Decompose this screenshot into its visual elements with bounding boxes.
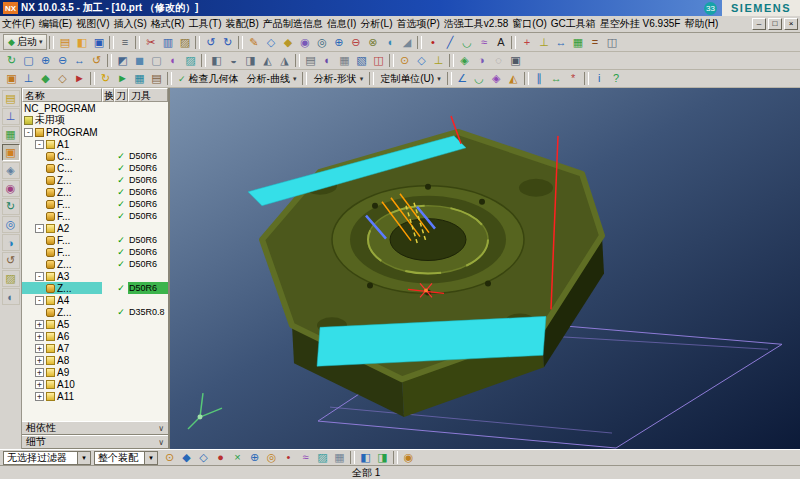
menu-item-11[interactable]: 浩强工具v2.58 (442, 17, 510, 31)
fit-view-icon[interactable]: ▢ (20, 53, 37, 68)
spline-icon[interactable]: ≈ (475, 35, 492, 50)
operation-navigator-icon[interactable]: ▣ (2, 144, 20, 161)
menu-item-8[interactable]: 信息(I) (325, 17, 358, 31)
paste-icon[interactable]: ▨ (176, 35, 193, 50)
selection-filter-combo[interactable]: 无选择过滤器 ▾ (3, 451, 91, 465)
menu-item-3[interactable]: 插入(S) (111, 17, 148, 31)
redo-icon[interactable]: ↻ (219, 35, 236, 50)
front-view-icon[interactable]: ◧ (208, 53, 225, 68)
layer-settings-icon[interactable]: ▤ (302, 53, 319, 68)
intersection-point-icon[interactable]: × (229, 450, 246, 465)
arc-center-icon[interactable]: ⊕ (246, 450, 263, 465)
expression-icon[interactable]: = (586, 35, 603, 50)
object-display-icon[interactable]: ◈ (456, 53, 473, 68)
face-analysis-icon[interactable]: ▨ (182, 53, 199, 68)
open-icon[interactable]: ◧ (73, 35, 90, 50)
process-studio-icon[interactable]: ▨ (2, 270, 20, 287)
column-toolchange[interactable]: 换 (102, 88, 114, 102)
cut-icon[interactable]: ✂ (142, 35, 159, 50)
quadrant-point-icon[interactable]: ◎ (263, 450, 280, 465)
full-screen-icon[interactable]: ▣ (507, 53, 524, 68)
menu-item-9[interactable]: 分析(L) (358, 17, 394, 31)
point-xyz-icon[interactable]: + (518, 35, 535, 50)
tree-row-z[interactable]: Z...✓D50R6 (22, 186, 168, 198)
deviation-gauge-icon[interactable]: ◡ (471, 71, 488, 86)
move-component-icon[interactable]: ↔ (548, 71, 565, 86)
create-operation-icon[interactable]: ► (71, 71, 88, 86)
tree-row-z[interactable]: Z...✓D50R6 (22, 258, 168, 270)
menu-item-12[interactable]: 窗口(O) (510, 17, 548, 31)
verify-toolpath-icon[interactable]: ▦ (131, 71, 148, 86)
exploded-view-icon[interactable]: * (565, 71, 582, 86)
web-browser-icon[interactable]: ◑ (2, 234, 20, 251)
undo-icon[interactable]: ↺ (202, 35, 219, 50)
hd3d-tools-icon[interactable]: ◎ (2, 216, 20, 233)
point-on-curve-icon[interactable]: ≈ (297, 450, 314, 465)
work-plane-icon[interactable]: ◇ (413, 53, 430, 68)
face-rule-icon[interactable]: ◧ (357, 450, 374, 465)
details-section[interactable]: 细节 ∨ (22, 435, 168, 449)
tree-row-a9[interactable]: +A9 (22, 366, 168, 378)
tree-row-a5[interactable]: +A5 (22, 318, 168, 330)
extrude-icon[interactable]: ◆ (279, 35, 296, 50)
existing-point-icon[interactable]: • (280, 450, 297, 465)
wcs-orient-icon[interactable]: ⊥ (535, 35, 552, 50)
window-icon[interactable]: ◫ (603, 35, 620, 50)
tree-row-c[interactable]: C...✓D50R6 (22, 150, 168, 162)
zoom-in-icon[interactable]: ⊕ (37, 53, 54, 68)
edge-rule-icon[interactable]: ◨ (374, 450, 391, 465)
edge-blend-icon[interactable]: ◖ (381, 35, 398, 50)
assembly-constraints-icon[interactable]: ∥ (531, 71, 548, 86)
child-restore-button[interactable]: □ (768, 18, 782, 30)
postprocess-icon[interactable]: ▤ (148, 71, 165, 86)
create-geometry-icon[interactable]: ◆ (37, 71, 54, 86)
expand-icon[interactable]: + (35, 368, 44, 377)
menu-item-15[interactable]: 帮助(H) (682, 17, 720, 31)
menu-item-7[interactable]: 产品制造信息 (261, 17, 325, 31)
hole-icon[interactable]: ◎ (313, 35, 330, 50)
line-icon[interactable]: ╱ (441, 35, 458, 50)
wireframe-icon[interactable]: ▢ (148, 53, 165, 68)
tree-row-a8[interactable]: +A8 (22, 354, 168, 366)
start-menu-button[interactable]: ◆ 启动 ▾ (3, 34, 47, 50)
show-hide-icon[interactable]: ◐ (319, 53, 336, 68)
unite-icon[interactable]: ⊕ (330, 35, 347, 50)
snap-point-toggle-icon[interactable]: ⊙ (161, 450, 178, 465)
collapse-icon[interactable]: - (35, 140, 44, 149)
tree-row-a6[interactable]: +A6 (22, 330, 168, 342)
history-icon[interactable]: ↺ (2, 252, 20, 269)
information-icon[interactable]: i (591, 71, 608, 86)
tree-row-z[interactable]: Z...✓D50R6 (22, 282, 168, 294)
edit-display-icon[interactable]: ◑ (473, 53, 490, 68)
viewport-3d[interactable] (170, 88, 800, 449)
tree-row-f[interactable]: F...✓D50R6 (22, 234, 168, 246)
intersect-icon[interactable]: ⊗ (364, 35, 381, 50)
background-icon[interactable]: ▧ (353, 53, 370, 68)
new-icon[interactable]: ▤ (56, 35, 73, 50)
expand-icon[interactable]: + (35, 320, 44, 329)
collapse-icon[interactable]: - (35, 224, 44, 233)
menu-item-13[interactable]: GC工具箱 (549, 17, 598, 31)
tree-row-a7[interactable]: +A7 (22, 342, 168, 354)
column-name[interactable]: 名称 (22, 88, 102, 102)
menu-item-5[interactable]: 工具(T) (187, 17, 224, 31)
child-minimize-button[interactable]: – (752, 18, 766, 30)
measure-distance-icon[interactable]: ∠ (454, 71, 471, 86)
collapse-icon[interactable]: - (24, 128, 33, 137)
menu-item-0[interactable]: 文件(F) (0, 17, 37, 31)
column-path[interactable]: 刀 (114, 88, 128, 102)
highlight-selection-icon[interactable]: ◉ (400, 450, 417, 465)
create-method-icon[interactable]: ◇ (54, 71, 71, 86)
shaded-icon[interactable]: ◼ (131, 53, 148, 68)
analysis-curve-dropdown[interactable]: 分析-曲线 ▾ (243, 71, 301, 86)
tree-row-f[interactable]: F...✓D50R6 (22, 210, 168, 222)
custom-units-dropdown[interactable]: 定制单位(U) ▾ (376, 71, 444, 86)
point-on-surface-icon[interactable]: ▨ (314, 450, 331, 465)
integrated-simulation-icon[interactable]: ◉ (2, 180, 20, 197)
trimetric-view-icon[interactable]: ◮ (276, 53, 293, 68)
chamfer-icon[interactable]: ◢ (398, 35, 415, 50)
copy-icon[interactable]: ▥ (159, 35, 176, 50)
tree-row-z[interactable]: Z...✓D35R0.8 (22, 306, 168, 318)
tree-row-f[interactable]: F...✓D50R6 (22, 246, 168, 258)
menu-item-14[interactable]: 星空外挂 V6.935F (598, 17, 683, 31)
